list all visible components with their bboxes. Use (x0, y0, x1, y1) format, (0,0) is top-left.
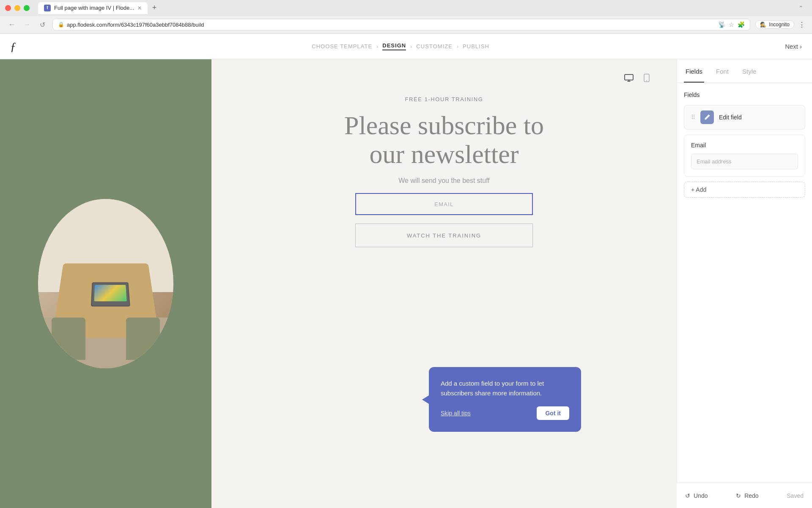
center-panel: FREE 1-HOUR TRAINING Please subscribe to… (211, 59, 677, 508)
form-submit-button[interactable]: WATCH THE TRAINING (355, 224, 533, 247)
tab-bar: f Full page with image IV | Flode... ✕ + (38, 2, 795, 14)
app-header: ƒ CHOOSE TEMPLATE › DESIGN › CUSTOMIZE ›… (0, 34, 812, 59)
add-field-label: + Add (691, 186, 706, 193)
desktop-view-button[interactable] (623, 72, 635, 86)
mobile-icon (644, 74, 650, 82)
refresh-button[interactable]: ↺ (37, 19, 47, 30)
tooltip-actions: Skip all tips Got it (441, 406, 569, 420)
image-chair-left (52, 318, 85, 360)
right-panel: Fields Font Style Fields ⠿ Edit field Em… (677, 59, 812, 508)
redo-button[interactable]: ↻ Redo (736, 492, 758, 499)
app-logo: ƒ (10, 40, 16, 53)
svg-rect-0 (625, 75, 633, 80)
expand-icon: ⌃ (798, 5, 804, 11)
breadcrumb-sep-3: › (457, 44, 458, 50)
email-field-title: Email (691, 142, 798, 149)
image-laptop (91, 282, 130, 306)
browser-controls (5, 5, 30, 11)
tab-close-button[interactable]: ✕ (137, 5, 142, 11)
tab-title: Full page with image IV | Flode... (54, 5, 134, 11)
back-button[interactable]: ← (7, 19, 17, 30)
forward-button[interactable]: → (22, 19, 32, 30)
undo-button[interactable]: ↺ Undo (685, 492, 708, 499)
next-button[interactable]: Next › (785, 43, 802, 50)
form-subtitle: FREE 1-HOUR TRAINING (405, 96, 483, 102)
browser-titlebar: f Full page with image IV | Flode... ✕ +… (0, 0, 812, 16)
browser-tab[interactable]: f Full page with image IV | Flode... ✕ (38, 2, 148, 14)
breadcrumb-design[interactable]: DESIGN (382, 42, 406, 50)
cast-icon[interactable]: 📡 (718, 21, 725, 28)
form-description: We will send you the best stuff (398, 177, 490, 185)
image-laptop-screen (94, 285, 127, 301)
next-label: Next (785, 43, 798, 50)
bottom-bar: ↺ Undo ↻ Redo Saved (677, 483, 812, 508)
email-field-section: Email Email address (684, 135, 805, 177)
tooltip-text: Add a custom field to your form to let s… (441, 379, 569, 398)
tooltip-popup: Add a custom field to your form to let s… (429, 367, 581, 432)
got-it-button[interactable]: Got it (537, 406, 569, 420)
desktop-icon (624, 74, 634, 82)
sidebar-section-title: Fields (684, 91, 805, 98)
extension-icon[interactable]: 🧩 (738, 21, 745, 28)
edit-field-item[interactable]: ⠿ Edit field (684, 105, 805, 130)
redo-icon: ↻ (736, 492, 741, 499)
lock-icon: 🔒 (58, 22, 64, 28)
breadcrumb-customize[interactable]: CUSTOMIZE (416, 43, 453, 50)
edit-field-label: Edit field (719, 114, 742, 121)
browser-addressbar: ← → ↺ 🔒 app.flodesk.com/form/6343c197f60… (0, 16, 812, 33)
incognito-badge: 🕵️ Incognito (755, 20, 794, 29)
form-submit-label: WATCH THE TRAINING (407, 232, 481, 239)
address-bar[interactable]: 🔒 app.flodesk.com/form/6343c197f60a3ebbf… (52, 19, 750, 30)
breadcrumb-publish[interactable]: PUBLISH (463, 43, 489, 50)
address-text: app.flodesk.com/form/6343c197f60a3ebbf70… (67, 22, 716, 28)
maximize-window-button[interactable] (24, 5, 30, 11)
form-preview: FREE 1-HOUR TRAINING Please subscribe to… (338, 96, 550, 247)
tab-fields[interactable]: Fields (684, 59, 704, 83)
browser-chrome: f Full page with image IV | Flode... ✕ +… (0, 0, 812, 34)
browser-menu-button[interactable]: ⋮ (798, 21, 805, 29)
drag-handle-icon[interactable]: ⠿ (691, 114, 695, 121)
incognito-icon: 🕵️ (760, 22, 766, 28)
oval-image (38, 199, 173, 368)
image-chair-right (126, 318, 160, 360)
browser-right: ⌃ (798, 5, 807, 11)
sidebar-content: Fields ⠿ Edit field Email Email address (677, 83, 812, 508)
edit-field-icon (700, 110, 714, 124)
form-email-label: EMAIL (434, 201, 454, 207)
minimize-window-button[interactable] (14, 5, 20, 11)
email-address-preview[interactable]: Email address (691, 154, 798, 169)
add-field-button[interactable]: + Add (684, 182, 805, 198)
close-window-button[interactable] (5, 5, 11, 11)
main-layout: FREE 1-HOUR TRAINING Please subscribe to… (0, 59, 812, 508)
new-tab-button[interactable]: + (149, 3, 159, 13)
tooltip-arrow (422, 395, 429, 404)
star-icon[interactable]: ☆ (729, 21, 734, 28)
left-panel (0, 59, 211, 508)
browser-menu-icons: 🕵️ Incognito ⋮ (755, 20, 805, 29)
tab-font[interactable]: Font (714, 59, 730, 83)
image-inner (38, 199, 173, 368)
breadcrumb: CHOOSE TEMPLATE › DESIGN › CUSTOMIZE › P… (312, 42, 489, 50)
form-email-field[interactable]: EMAIL (355, 193, 533, 215)
svg-point-2 (646, 80, 647, 81)
breadcrumb-sep-1: › (376, 44, 378, 50)
next-chevron-icon: › (800, 43, 802, 50)
pencil-icon (704, 114, 710, 121)
skip-all-tips-button[interactable]: Skip all tips (441, 410, 471, 417)
sidebar-tabs: Fields Font Style (677, 59, 812, 83)
breadcrumb-sep-2: › (410, 44, 412, 50)
mobile-view-button[interactable] (642, 72, 651, 86)
saved-status: Saved (787, 492, 804, 499)
view-toggle (623, 72, 651, 86)
undo-icon: ↺ (685, 492, 690, 499)
tab-style[interactable]: Style (741, 59, 758, 83)
form-title: Please subscribe to our newsletter (338, 111, 550, 168)
tab-favicon: f (44, 5, 51, 11)
breadcrumb-choose-template[interactable]: CHOOSE TEMPLATE (312, 43, 372, 50)
redo-label: Redo (744, 492, 758, 499)
address-actions: 📡 ☆ 🧩 (718, 21, 745, 28)
incognito-label: Incognito (769, 22, 790, 28)
undo-label: Undo (694, 492, 708, 499)
